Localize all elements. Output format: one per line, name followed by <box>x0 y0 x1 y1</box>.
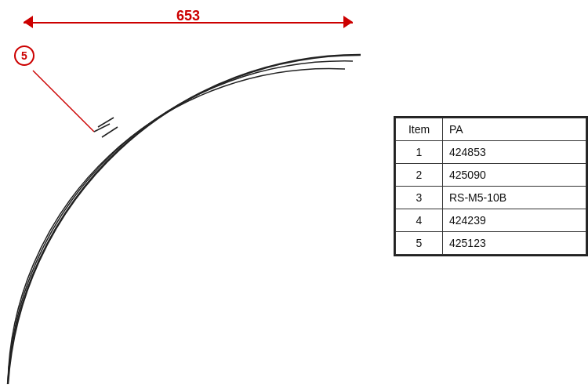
svg-line-3 <box>98 118 114 127</box>
callout-number: 5 <box>21 49 27 62</box>
svg-line-2 <box>102 127 118 137</box>
table-row: 3RS-M5-10B <box>396 187 586 209</box>
table-cell-item: 2 <box>396 164 443 187</box>
parts-table: Item PA 142485324250903RS-M5-10B44242395… <box>394 116 588 256</box>
dimension-container: 653 <box>24 8 353 39</box>
table-cell-item: 1 <box>396 141 443 164</box>
table-row: 4424239 <box>396 209 586 232</box>
table-cell-part: 424853 <box>443 141 586 164</box>
table-cell-part: 424239 <box>443 209 586 232</box>
table-cell-item: 5 <box>396 232 443 255</box>
table-cell-item: 3 <box>396 187 443 209</box>
table-cell-part: RS-M5-10B <box>443 187 586 209</box>
callout-circle-5: 5 <box>14 45 34 66</box>
svg-line-1 <box>94 124 110 132</box>
arrow-right-icon <box>343 16 353 28</box>
svg-line-0 <box>33 71 94 132</box>
table-header-part: PA <box>443 118 586 141</box>
table-row: 5425123 <box>396 232 586 255</box>
table-header-item: Item <box>396 118 443 141</box>
table-row: 2425090 <box>396 164 586 187</box>
table-cell-part: 425123 <box>443 232 586 255</box>
table-cell-item: 4 <box>396 209 443 232</box>
dimension-label: 653 <box>176 8 200 24</box>
table-cell-part: 425090 <box>443 164 586 187</box>
table-row: 1424853 <box>396 141 586 164</box>
